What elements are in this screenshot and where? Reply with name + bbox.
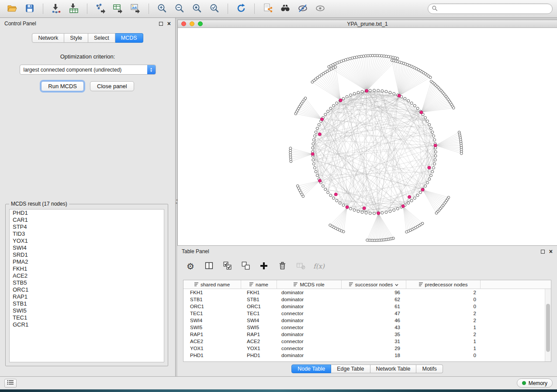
zoom-fit-button[interactable]: [189, 2, 205, 16]
main-toolbar: [0, 0, 557, 18]
criterion-select[interactable]: largest connected component (undirected)…: [20, 65, 156, 75]
scrollbar-thumb[interactable]: [546, 304, 550, 352]
table-row[interactable]: PHD1PHD1dominator180: [183, 352, 545, 359]
result-item[interactable]: GCR1: [10, 321, 164, 328]
zoom-out-icon: [174, 3, 185, 15]
mcds-result-list[interactable]: PHD1CAR1STP4TID3YOX1SWI4SRD1PMA2FKH1ACE2…: [9, 209, 164, 362]
table-panel: Table Panel × ⚙ f(x): [177, 245, 557, 376]
sort-icon: [294, 282, 298, 287]
close-panel-icon[interactable]: ×: [167, 21, 171, 26]
tab-motifs[interactable]: Motifs: [416, 364, 443, 373]
export-image-button[interactable]: [128, 2, 143, 16]
result-item[interactable]: ACE2: [10, 272, 164, 279]
close-panel-button[interactable]: Close panel: [90, 81, 134, 91]
table-panel-title: Table Panel: [182, 248, 209, 254]
table-settings-button[interactable]: ⚙: [184, 260, 197, 272]
column-header-filler: [481, 280, 551, 289]
task-history-button[interactable]: [4, 379, 17, 388]
column-header-mcds-role[interactable]: MCDS role: [277, 280, 342, 289]
table-row[interactable]: FKH1FKH1dominator962: [183, 289, 545, 296]
show-columns-button[interactable]: [203, 260, 215, 272]
column-header-name[interactable]: name: [241, 280, 277, 289]
tab-network[interactable]: Network: [32, 33, 64, 43]
result-item[interactable]: PHD1: [10, 210, 164, 217]
result-item[interactable]: ORC1: [10, 286, 164, 293]
import-network-icon: [51, 3, 62, 15]
open-file-button[interactable]: [4, 2, 20, 16]
refresh-icon: [236, 3, 246, 15]
result-item[interactable]: RAP1: [10, 293, 164, 300]
eye-slash-icon: [298, 3, 308, 15]
column-header-successor-nodes[interactable]: successor nodes: [342, 280, 406, 289]
eye-icon: [315, 3, 325, 15]
save-icon: [25, 3, 35, 14]
tab-select[interactable]: Select: [88, 33, 115, 43]
mcds-result-title: MCDS result (17 nodes): [9, 201, 69, 207]
node-table: shared name name MCDS role successor nod…: [183, 280, 551, 362]
result-item[interactable]: PMA2: [10, 258, 164, 265]
node-table-body: FKH1FKH1dominator962STB1STB1dominator620…: [183, 289, 545, 361]
sort-icon: [194, 282, 198, 287]
table-scrollbar[interactable]: [545, 289, 551, 361]
tab-style[interactable]: Style: [64, 33, 88, 43]
float-panel-icon[interactable]: [159, 22, 163, 26]
sort-icon: [249, 282, 253, 287]
criterion-value: largest connected component (undirected): [20, 67, 147, 73]
zoom-selected-button[interactable]: [207, 2, 222, 16]
import-table-button[interactable]: [66, 2, 82, 16]
table-row[interactable]: RAP1RAP1dominator352: [183, 331, 545, 338]
table-row[interactable]: SWI4SWI4dominator462: [183, 317, 545, 324]
table-row[interactable]: ACE2ACE2connector311: [183, 338, 545, 345]
result-item[interactable]: FKH1: [10, 265, 164, 272]
result-item[interactable]: TEC1: [10, 314, 164, 321]
tab-node-table[interactable]: Node Table: [291, 364, 331, 373]
result-item[interactable]: SWI5: [10, 307, 164, 314]
table-row[interactable]: SWI5SWI5connector431: [183, 324, 545, 331]
search-input[interactable]: [440, 6, 549, 12]
result-item[interactable]: STP4: [10, 224, 164, 230]
clone-network-button[interactable]: [260, 2, 276, 16]
node-table-header: shared name name MCDS role successor nod…: [183, 280, 551, 289]
zoom-in-button[interactable]: [154, 2, 170, 16]
delete-column-button[interactable]: [276, 260, 288, 272]
close-table-panel-icon[interactable]: ×: [549, 249, 553, 254]
toolbar-separator: [43, 3, 43, 14]
result-item[interactable]: TID3: [10, 230, 164, 237]
export-table-button[interactable]: [110, 2, 126, 16]
sort-icon: [419, 282, 423, 287]
result-item[interactable]: SWI4: [10, 244, 164, 251]
run-mcds-button[interactable]: Run MCDS: [41, 81, 84, 91]
find-button[interactable]: [277, 2, 293, 16]
import-network-button[interactable]: [48, 2, 64, 16]
network-window: YPA_prune.txt_1: [177, 20, 557, 245]
column-header-predecessor-nodes[interactable]: predecessor nodes: [406, 280, 481, 289]
toggle-visibility-button[interactable]: [312, 2, 328, 16]
table-row[interactable]: ORC1ORC1dominator610: [183, 303, 545, 310]
search-box[interactable]: [428, 3, 553, 14]
network-canvas[interactable]: [178, 28, 557, 245]
result-item[interactable]: YOX1: [10, 237, 164, 244]
column-header-shared-name[interactable]: shared name: [183, 280, 241, 289]
export-network-button[interactable]: [93, 2, 108, 16]
table-row[interactable]: YOX1YOX1connector291: [183, 345, 545, 352]
result-item[interactable]: STB1: [10, 300, 164, 307]
add-column-button[interactable]: [258, 260, 270, 272]
trash-icon: [278, 261, 287, 272]
table-row[interactable]: STB1STB1dominator620: [183, 296, 545, 303]
result-item[interactable]: CAR1: [10, 217, 164, 224]
style-painter-button[interactable]: [295, 2, 311, 16]
select-all-rows-button[interactable]: [221, 260, 233, 272]
result-item[interactable]: STB5: [10, 279, 164, 286]
table-row[interactable]: TEC1TEC1connector472: [183, 310, 545, 317]
tab-mcds[interactable]: MCDS: [115, 33, 143, 43]
network-window-titlebar[interactable]: YPA_prune.txt_1: [178, 20, 557, 28]
deselect-all-rows-button[interactable]: [239, 260, 252, 272]
memory-button[interactable]: Memory: [517, 378, 553, 388]
tab-edge-table[interactable]: Edge Table: [331, 364, 370, 373]
save-button[interactable]: [22, 2, 38, 16]
zoom-out-button[interactable]: [172, 2, 187, 16]
tab-network-table[interactable]: Network Table: [370, 364, 417, 373]
result-item[interactable]: SRD1: [10, 251, 164, 258]
float-table-panel-icon[interactable]: [541, 250, 545, 254]
refresh-button[interactable]: [233, 2, 249, 16]
